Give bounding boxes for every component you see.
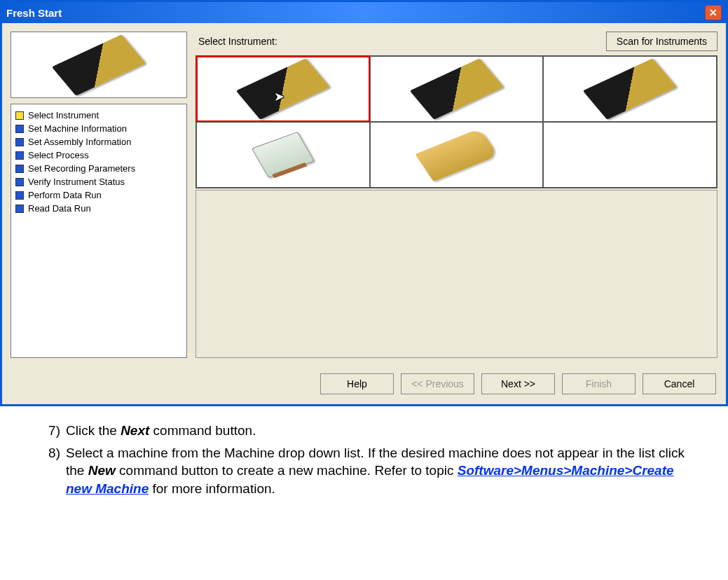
instrument-icon (252, 132, 315, 178)
bullet-icon (15, 205, 24, 213)
instrument-option-2[interactable] (370, 56, 544, 122)
left-column: Select Instrument Set Machine Informatio… (11, 32, 187, 358)
close-icon: ✕ (709, 7, 717, 18)
close-button[interactable]: ✕ (705, 5, 722, 20)
instruction-item-7: 7) Click the Next command button. (42, 422, 701, 440)
step-verify-instrument[interactable]: Verify Instrument Status (14, 175, 184, 188)
instrument-icon (415, 128, 498, 181)
step-set-assembly-info[interactable]: Set Assembly Information (14, 135, 184, 149)
bullet-icon (15, 138, 24, 146)
step-set-machine-info[interactable]: Set Machine Information (14, 122, 184, 135)
instrument-option-3[interactable] (543, 56, 717, 122)
instrument-icon (409, 58, 503, 120)
item-body: Click the Next command button. (66, 422, 701, 440)
instrument-option-5[interactable] (370, 122, 544, 188)
bullet-icon (15, 191, 24, 200)
step-label: Set Machine Information (28, 123, 127, 134)
instrument-preview (11, 32, 187, 98)
dialog-title: Fresh Start (6, 7, 62, 19)
instrument-icon (583, 58, 677, 120)
right-header-row: Select Instrument: Scan for Instruments (195, 32, 717, 51)
bullet-icon (15, 178, 24, 186)
next-button[interactable]: Next >> (481, 373, 555, 394)
titlebar: Fresh Start ✕ (2, 2, 726, 23)
text-run: command button to create a new machine. … (116, 463, 458, 478)
item-number: 7) (42, 422, 66, 440)
text-run: Click the (66, 423, 121, 438)
wizard-steps: Select Instrument Set Machine Informatio… (11, 104, 187, 358)
dialog-body: Select Instrument Set Machine Informatio… (2, 23, 726, 366)
instrument-grid: ➤ (195, 55, 717, 188)
step-select-process[interactable]: Select Process (14, 149, 184, 162)
step-label: Verify Instrument Status (28, 177, 125, 187)
button-bar: Help << Previous Next >> Finish Cancel (2, 366, 726, 404)
step-label: Set Recording Parameters (28, 163, 135, 174)
step-label: Read Data Run (28, 203, 91, 214)
right-column: Select Instrument: Scan for Instruments … (195, 32, 717, 358)
text-run: for more information. (149, 481, 275, 496)
step-read-data-run[interactable]: Read Data Run (14, 202, 184, 215)
bullet-icon (15, 111, 24, 120)
text-run: command button. (149, 423, 256, 438)
step-label: Perform Data Run (28, 190, 102, 200)
select-instrument-label: Select Instrument: (195, 32, 277, 51)
bold-new: New (88, 463, 116, 478)
instruction-item-8: 8) Select a machine from the Machine dro… (42, 444, 701, 498)
finish-button: Finish (562, 373, 636, 394)
bullet-icon (15, 125, 24, 133)
bold-next: Next (121, 423, 149, 438)
fresh-start-dialog: Fresh Start ✕ Select Instrument Set Mach… (0, 0, 728, 406)
instrument-option-6[interactable] (543, 122, 717, 188)
instrument-icon (52, 34, 146, 96)
detail-panel (195, 190, 717, 358)
step-label: Select Instrument (28, 110, 99, 120)
step-label: Set Assembly Information (28, 137, 131, 147)
step-label: Select Process (28, 150, 89, 160)
instrument-option-4[interactable] (196, 122, 370, 188)
step-perform-data-run[interactable]: Perform Data Run (14, 188, 184, 202)
step-set-recording-params[interactable]: Set Recording Parameters (14, 162, 184, 175)
item-number: 8) (42, 444, 66, 498)
cursor-icon: ➤ (274, 89, 284, 104)
bullet-icon (15, 165, 24, 173)
item-body: Select a machine from the Machine drop d… (66, 444, 701, 498)
instruction-text: 7) Click the Next command button. 8) Sel… (0, 415, 728, 516)
scan-instruments-button[interactable]: Scan for Instruments (606, 32, 717, 51)
help-button[interactable]: Help (320, 373, 394, 394)
previous-button: << Previous (401, 373, 474, 394)
bullet-icon (15, 151, 24, 160)
instrument-option-1[interactable]: ➤ (196, 56, 370, 122)
step-select-instrument[interactable]: Select Instrument (14, 109, 184, 122)
cancel-button[interactable]: Cancel (643, 373, 716, 394)
